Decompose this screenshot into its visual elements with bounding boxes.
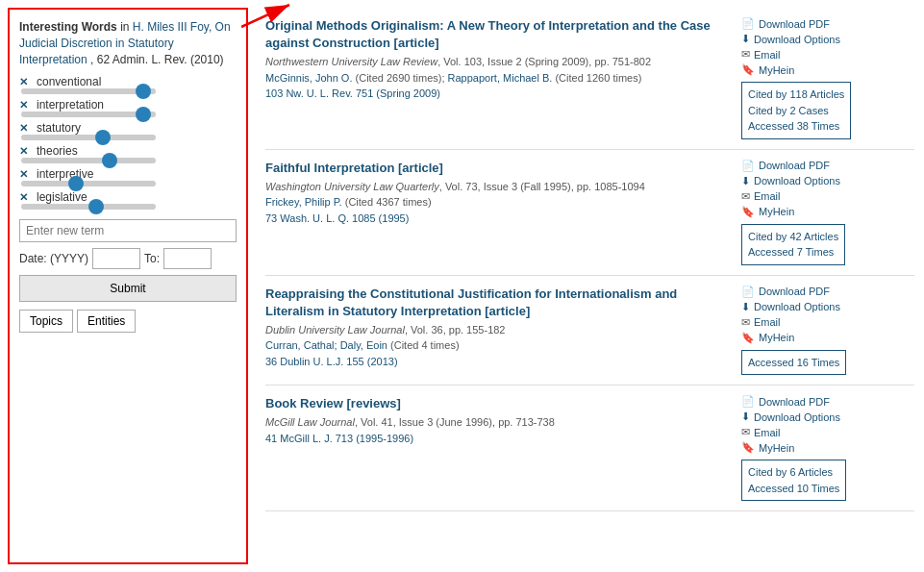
email-link-4[interactable]: Email xyxy=(754,427,781,438)
term-label-theories: theories xyxy=(37,144,78,158)
term-x-conventional[interactable]: ✕ xyxy=(19,76,28,88)
slider-thumb-interpretive[interactable] xyxy=(68,176,84,191)
article-citation-1: 103 Nw. U. L. Rev. 751 (Spring 2009) xyxy=(265,87,440,99)
myhein-icon-3: 🔖 xyxy=(741,332,755,344)
article-meta-4: McGill Law Journal, Vol. 41, Issue 3 (Ju… xyxy=(265,414,732,446)
pdf-icon-1: 📄 xyxy=(741,17,755,30)
term-interpretive: ✕ interpretive xyxy=(19,167,237,187)
sidebar-title: Interesting Words in H. Miles III Foy, O… xyxy=(19,19,237,67)
download-icon-3: ⬇ xyxy=(741,301,750,313)
email-link-1[interactable]: Email xyxy=(754,49,781,61)
slider-legislative[interactable] xyxy=(21,204,156,210)
myhein-link-1[interactable]: MyHein xyxy=(759,64,794,76)
article-actions-1: 📄 Download PDF ⬇ Download Options ✉ Emai… xyxy=(741,17,914,139)
article-citation-4: 41 McGill L. J. 713 (1995-1996) xyxy=(265,433,413,444)
action-list-4: 📄 Download PDF ⬇ Download Options ✉ Emai… xyxy=(741,395,914,454)
myhein-link-4[interactable]: MyHein xyxy=(759,442,794,454)
email-link-3[interactable]: Email xyxy=(754,316,781,328)
action-email-3: ✉ Email xyxy=(741,316,914,329)
email-icon-2: ✉ xyxy=(741,190,750,203)
date-row: Date: (YYYY) To: xyxy=(19,248,237,269)
sidebar: Interesting Words in H. Miles III Foy, O… xyxy=(8,8,248,564)
submit-button[interactable]: Submit xyxy=(19,275,237,302)
article-authors-3: Curran, Cathal; Daly, Eoin (Cited 4 time… xyxy=(265,339,460,351)
action-email-4: ✉ Email xyxy=(741,426,914,438)
article-journal-details-1: , Vol. 103, Issue 2 (Spring 2009), pp. 7… xyxy=(437,56,651,67)
term-x-theories[interactable]: ✕ xyxy=(19,145,28,158)
myhein-icon-4: 🔖 xyxy=(741,441,755,454)
download-pdf-link-4[interactable]: Download PDF xyxy=(759,396,830,408)
download-options-link-3[interactable]: Download Options xyxy=(754,301,840,312)
article-title-2[interactable]: Faithful Interpretation [article] xyxy=(265,161,443,175)
term-label-conventional: conventional xyxy=(37,75,101,88)
slider-statutory[interactable] xyxy=(21,135,156,140)
svg-line-1 xyxy=(241,5,289,27)
stats-box-4: Cited by 6 Articles Accessed 10 Times xyxy=(741,460,846,501)
article-row-1: Original Methods Originalism: A New Theo… xyxy=(265,8,914,150)
article-journal-details-2: , Vol. 73, Issue 3 (Fall 1995), pp. 1085… xyxy=(439,181,645,192)
email-icon-4: ✉ xyxy=(741,426,750,438)
action-myhein-1: 🔖 MyHein xyxy=(741,63,914,76)
stats-line3-3: Accessed 16 Times xyxy=(748,357,839,368)
download-pdf-link-3[interactable]: Download PDF xyxy=(759,286,830,297)
download-pdf-link-1[interactable]: Download PDF xyxy=(759,18,830,30)
slider-theories[interactable] xyxy=(21,158,156,163)
email-icon-3: ✉ xyxy=(741,316,750,329)
tab-topics[interactable]: Topics xyxy=(19,310,73,333)
email-link-2[interactable]: Email xyxy=(754,190,781,202)
myhein-icon-2: 🔖 xyxy=(741,206,755,218)
download-pdf-link-2[interactable]: Download PDF xyxy=(759,160,830,171)
term-statutory: ✕ statutory xyxy=(19,121,237,140)
term-label-interpretation: interpretation xyxy=(37,98,104,112)
download-options-link-4[interactable]: Download Options xyxy=(754,411,840,423)
tab-row: Topics Entities xyxy=(19,310,237,333)
article-journal-details-4: , Vol. 41, Issue 3 (June 1996), pp. 713-… xyxy=(355,416,555,428)
myhein-link-2[interactable]: MyHein xyxy=(759,206,794,217)
pdf-icon-4: 📄 xyxy=(741,395,755,408)
new-term-input[interactable] xyxy=(19,219,237,242)
article-title-3[interactable]: Reappraising the Constitutional Justific… xyxy=(265,286,677,318)
download-options-link-2[interactable]: Download Options xyxy=(754,175,840,187)
article-title-4[interactable]: Book Review [reviews] xyxy=(265,396,401,410)
date-label: Date: (YYYY) xyxy=(19,252,88,265)
myhein-icon-1: 🔖 xyxy=(741,63,755,76)
download-icon-4: ⬇ xyxy=(741,410,750,423)
slider-thumb-legislative[interactable] xyxy=(88,199,104,214)
tab-entities[interactable]: Entities xyxy=(77,310,136,333)
main-content: Original Methods Originalism: A New Theo… xyxy=(256,0,924,572)
term-x-legislative[interactable]: ✕ xyxy=(19,191,28,204)
slider-interpretive[interactable] xyxy=(21,181,156,187)
slider-thumb-statutory[interactable] xyxy=(95,130,111,145)
term-x-interpretation[interactable]: ✕ xyxy=(19,99,28,112)
term-x-interpretive[interactable]: ✕ xyxy=(19,168,28,181)
article-row-2: Faithful Interpretation [article] Washin… xyxy=(265,150,914,276)
article-journal-3: Dublin University Law Journal xyxy=(265,324,405,336)
action-email-2: ✉ Email xyxy=(741,190,914,203)
slider-interpretation[interactable] xyxy=(21,112,156,117)
article-title-1[interactable]: Original Methods Originalism: A New Theo… xyxy=(265,18,711,50)
date-to-label: To: xyxy=(144,252,160,265)
date-to-input[interactable] xyxy=(163,248,212,269)
term-theories: ✕ theories xyxy=(19,144,237,163)
term-label-legislative: legislative xyxy=(37,190,87,204)
date-from-input[interactable] xyxy=(92,248,140,269)
action-list-3: 📄 Download PDF ⬇ Download Options ✉ Emai… xyxy=(741,286,914,344)
action-myhein-2: 🔖 MyHein xyxy=(741,206,914,218)
slider-thumb-conventional[interactable] xyxy=(136,84,151,99)
term-x-statutory[interactable]: ✕ xyxy=(19,122,28,135)
slider-thumb-interpretation[interactable] xyxy=(136,107,151,122)
term-label-statutory: statutory xyxy=(37,121,81,135)
article-citation-2: 73 Wash. U. L. Q. 1085 (1995) xyxy=(265,212,409,224)
action-list-2: 📄 Download PDF ⬇ Download Options ✉ Emai… xyxy=(741,160,914,218)
email-icon-1: ✉ xyxy=(741,48,750,61)
stats-box-1: Cited by 118 Articles Cited by 2 Cases A… xyxy=(741,82,851,139)
slider-conventional[interactable] xyxy=(21,88,156,94)
download-options-link-1[interactable]: Download Options xyxy=(754,34,840,45)
article-journal-4: McGill Law Journal xyxy=(265,416,355,428)
term-conventional: ✕ conventional xyxy=(19,75,237,94)
article-citation-3: 36 Dublin U. L.J. 155 (2013) xyxy=(265,356,398,367)
action-list-1: 📄 Download PDF ⬇ Download Options ✉ Emai… xyxy=(741,17,914,76)
stats-line1-2: Cited by 42 Articles xyxy=(748,231,838,242)
slider-thumb-theories[interactable] xyxy=(102,153,117,168)
myhein-link-3[interactable]: MyHein xyxy=(759,332,794,343)
